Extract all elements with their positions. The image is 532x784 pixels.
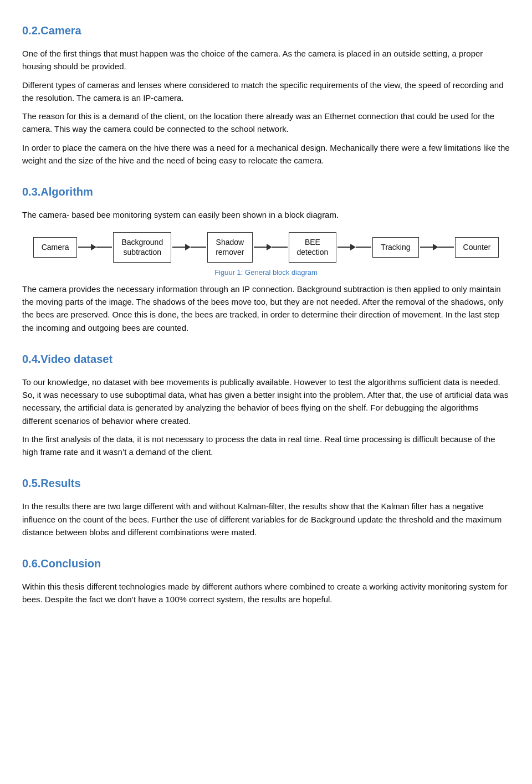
heading-video-dataset: 0.4.Video dataset [22, 351, 510, 368]
para-video-1: To our knowledge, no dataset with bee mo… [22, 376, 510, 427]
diagram-block-camera: Camera [33, 237, 78, 257]
heading-conclusion: 0.6.Conclusion [22, 555, 510, 572]
arrow-1 [78, 244, 112, 250]
block-diagram: Camera Backgroundsubtraction Shadowremov… [33, 232, 499, 262]
heading-results: 0.5.Results [22, 475, 510, 492]
para-results-1: In the results there are two large diffe… [22, 500, 510, 539]
section-results: 0.5.Results In the results there are two… [22, 475, 510, 539]
para-camera-2: Different types of cameras and lenses wh… [22, 79, 510, 105]
arrow-4 [337, 244, 371, 250]
para-video-2: In the first analysis of the data, it is… [22, 433, 510, 459]
section-algorithm: 0.3.Algorithm The camera- based bee moni… [22, 183, 510, 334]
diagram-block-counter: Counter [455, 237, 499, 257]
para-camera-4: In order to place the camera on the hive… [22, 141, 510, 167]
section-camera: 0.2.Camera One of the first things that … [22, 22, 510, 167]
section-conclusion: 0.6.Conclusion Within this thesis differ… [22, 555, 510, 606]
para-conclusion-1: Within this thesis different technologie… [22, 580, 510, 606]
heading-algorithm: 0.3.Algorithm [22, 183, 510, 201]
heading-camera: 0.2.Camera [22, 22, 510, 39]
para-algorithm-1: The camera- based bee monitoring system … [22, 208, 510, 221]
diagram-block-bg-subtraction: Backgroundsubtraction [113, 232, 171, 262]
arrow-2 [172, 244, 206, 250]
para-algorithm-2: The camera provides the necessary inform… [22, 283, 510, 334]
diagram-block-tracking: Tracking [372, 237, 418, 257]
diagram-block-shadow-remover: Shadowremover [207, 232, 252, 262]
arrow-5 [420, 244, 454, 250]
para-camera-1: One of the first things that must happen… [22, 47, 510, 73]
section-video-dataset: 0.4.Video dataset To our knowledge, no d… [22, 351, 510, 459]
para-camera-3: The reason for this is a demand of the c… [22, 110, 510, 136]
arrow-3 [254, 244, 288, 250]
diagram-caption: Figuur 1: General block diagram [214, 267, 318, 278]
diagram-block-bee-detection: BEEdetection [289, 232, 337, 262]
block-diagram-wrapper: Camera Backgroundsubtraction Shadowremov… [22, 232, 510, 278]
